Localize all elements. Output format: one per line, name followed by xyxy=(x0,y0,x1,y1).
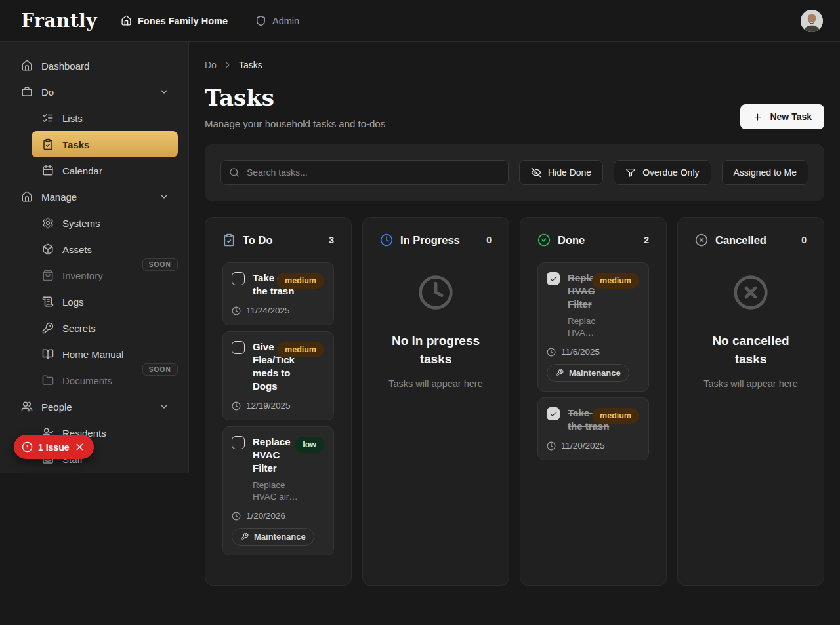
tag-pill[interactable]: Maintenance xyxy=(547,364,629,382)
column-title: In Progress xyxy=(400,234,460,247)
priority-badge: medium xyxy=(592,273,639,289)
task-checkbox[interactable] xyxy=(232,272,245,285)
check-icon xyxy=(549,410,558,418)
chevron-down-icon xyxy=(159,87,169,97)
sidebar-item-label: Documents xyxy=(62,375,112,386)
task-card[interactable]: Take out the trashmedium11/24/2025 xyxy=(222,262,334,325)
book-open-icon xyxy=(42,348,54,360)
page-title: Tasks xyxy=(205,85,385,111)
sidebar-item-label: Tasks xyxy=(62,139,89,150)
filter-button-label: Assigned to Me xyxy=(734,167,797,178)
tag-label: Maintenance xyxy=(569,368,621,378)
chevron-right-icon xyxy=(223,60,232,70)
topnav-home[interactable]: Fones Family Home xyxy=(121,15,228,26)
task-card[interactable]: Give Flea/Tick meds to Dogsmedium12/19/2… xyxy=(222,331,334,420)
key-icon xyxy=(42,322,54,334)
box-icon xyxy=(42,243,54,255)
task-card[interactable]: Take out the trashmedium11/20/2025 xyxy=(537,397,649,460)
column-header: Cancelled0 xyxy=(695,233,807,247)
sidebar-item-lists[interactable]: Lists xyxy=(32,105,178,131)
tag-pill[interactable]: Maintenance xyxy=(232,528,314,546)
user-avatar[interactable] xyxy=(801,10,823,32)
issue-badge-label: 1 Issue xyxy=(38,442,69,453)
kanban-column-todo: To Do3Take out the trashmedium11/24/2025… xyxy=(205,217,352,586)
sidebar-item-people[interactable]: People xyxy=(10,393,178,420)
priority-badge: low xyxy=(295,437,324,453)
tag-label: Maintenance xyxy=(254,532,306,542)
task-checkbox[interactable] xyxy=(547,272,560,285)
sidebar-item-label: Lists xyxy=(62,113,83,124)
due-date: 11/24/2025 xyxy=(232,306,325,315)
home-icon xyxy=(21,60,33,71)
column-title: To Do xyxy=(243,234,273,247)
column-count: 3 xyxy=(329,235,334,245)
sidebar-item-secrets[interactable]: Secrets xyxy=(32,315,178,341)
empty-state: No cancelled tasksTasks will appear here xyxy=(695,274,807,390)
column-header: Done2 xyxy=(537,233,649,247)
clock-icon xyxy=(232,306,241,315)
issue-badge[interactable]: 1 Issue xyxy=(14,435,94,459)
sidebar-item-tasks[interactable]: Tasks xyxy=(32,131,178,157)
shield-icon xyxy=(255,15,266,26)
card-list: Replace HVAC FiltermediumReplac HVA…11/6… xyxy=(537,262,649,460)
breadcrumb-current: Tasks xyxy=(239,60,262,70)
clock-icon xyxy=(232,401,241,411)
page-subtitle: Manage your household tasks and to-dos xyxy=(205,118,385,129)
main-content: Do Tasks Tasks Manage your household tas… xyxy=(189,42,840,586)
sidebar-item-calendar[interactable]: Calendar xyxy=(32,157,178,184)
home-icon xyxy=(21,191,33,203)
task-description: Replac HVA… xyxy=(568,315,615,339)
priority-badge: medium xyxy=(277,273,324,289)
new-task-button[interactable]: New Task xyxy=(740,104,824,129)
card-list: Take out the trashmedium11/24/2025Give F… xyxy=(222,262,334,555)
sidebar-item-inventory[interactable]: InventorySOON xyxy=(32,262,178,289)
breadcrumb-parent[interactable]: Do xyxy=(205,60,217,70)
kanban-board: To Do3Take out the trashmedium11/24/2025… xyxy=(205,217,824,586)
clipboard-check-icon xyxy=(42,138,54,150)
app-logo: Frantly xyxy=(21,10,97,31)
due-date-label: 1/20/2026 xyxy=(246,511,285,521)
soon-badge: SOON xyxy=(142,363,178,376)
sidebar-item-do[interactable]: Do xyxy=(10,79,178,105)
empty-state-title: No cancelled tasks xyxy=(695,332,807,369)
topbar: Frantly Fones Family Home Admin xyxy=(0,0,840,42)
house-icon xyxy=(121,15,132,26)
sidebar: DashboardDoListsTasksCalendarManageSyste… xyxy=(0,42,189,473)
task-checkbox[interactable] xyxy=(232,436,245,449)
briefcase-icon xyxy=(21,86,33,98)
sidebar-item-label: Assets xyxy=(62,244,92,255)
sidebar-item-label: Logs xyxy=(62,296,84,308)
task-checkbox[interactable] xyxy=(547,407,560,420)
breadcrumb: Do Tasks xyxy=(205,60,824,70)
due-date: 12/19/2025 xyxy=(232,401,325,411)
check-icon xyxy=(549,275,558,283)
search-input[interactable] xyxy=(247,167,500,178)
search-box xyxy=(220,160,509,185)
task-card[interactable]: Replace HVAC FilterlowReplace HVAC air…1… xyxy=(222,426,334,555)
due-date: 1/20/2026 xyxy=(232,511,325,521)
sidebar-item-logs[interactable]: Logs xyxy=(32,289,178,315)
filter-button-overdue-only[interactable]: Overdue Only xyxy=(614,160,711,185)
sidebar-item-documents[interactable]: DocumentsSOON xyxy=(32,367,178,393)
filter-button-label: Hide Done xyxy=(548,167,591,178)
clock-icon xyxy=(547,348,556,357)
sidebar-item-label: Inventory xyxy=(62,270,103,281)
check-circle-icon xyxy=(537,233,551,247)
calendar-icon xyxy=(42,165,54,176)
clock-icon xyxy=(547,441,556,451)
sidebar-item-manage[interactable]: Manage xyxy=(10,184,178,210)
sidebar-item-dashboard[interactable]: Dashboard xyxy=(10,52,178,79)
task-card[interactable]: Replace HVAC FiltermediumReplac HVA…11/6… xyxy=(537,262,649,392)
sidebar-item-systems[interactable]: Systems xyxy=(32,210,178,236)
wrench-icon xyxy=(240,533,249,541)
page-header: Tasks Manage your household tasks and to… xyxy=(205,70,824,129)
filter-button-assigned-to-me[interactable]: Assigned to Me xyxy=(722,160,809,185)
role-label: Admin xyxy=(272,16,299,26)
column-count: 0 xyxy=(801,235,807,245)
topnav-admin[interactable]: Admin xyxy=(255,15,299,26)
chevron-down-icon xyxy=(159,401,169,412)
task-checkbox[interactable] xyxy=(232,341,245,354)
filter-button-hide-done[interactable]: Hide Done xyxy=(519,160,603,185)
clipboard-check-icon xyxy=(222,233,236,247)
filter-bar: Hide DoneOverdue OnlyAssigned to Me xyxy=(205,144,824,201)
